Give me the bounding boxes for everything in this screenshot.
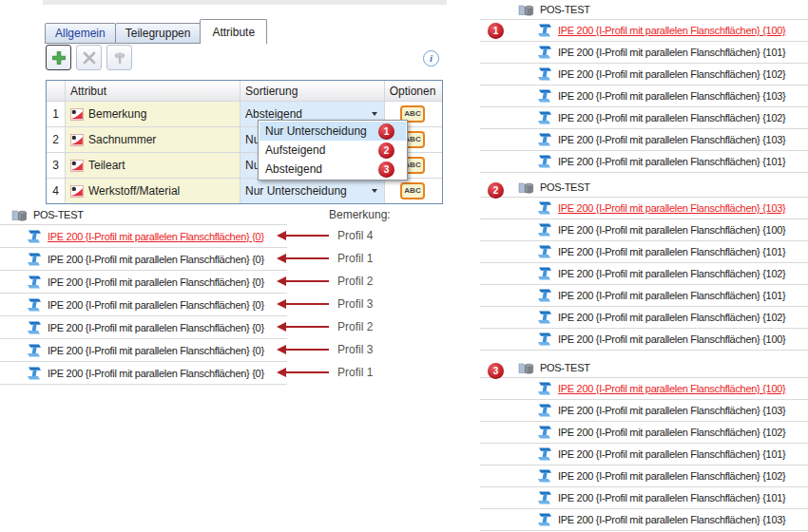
tree-row[interactable]: IPE 200 {I-Profil mit parallelen Flansch…	[480, 378, 808, 400]
tab[interactable]: Attribute	[200, 19, 267, 44]
ibeam-icon	[27, 344, 42, 357]
ibeam-icon	[27, 230, 42, 243]
tree-root-node[interactable]: POS-TEST	[480, 0, 808, 20]
part-label: IPE 200 {I-Profil mit parallelen Flansch…	[558, 224, 785, 236]
delete-attribute-button[interactable]	[76, 45, 102, 70]
ibeam-icon	[537, 155, 552, 168]
annotation-label: Profil 2	[337, 275, 373, 288]
tree-row[interactable]: IPE 200 {I-Profil mit parallelen Flansch…	[480, 444, 808, 466]
tab[interactable]: Allgemein	[45, 23, 116, 44]
tree-row[interactable]: IPE 200 {I-Profil mit parallelen Flansch…	[0, 294, 287, 316]
tree-row[interactable]: IPE 200 {I-Profil mit parallelen Flansch…	[480, 307, 808, 329]
tree-row[interactable]: IPE 200 {I-Profil mit parallelen Flansch…	[480, 64, 808, 86]
part-label: IPE 200 {I-Profil mit parallelen Flansch…	[558, 68, 785, 80]
ibeam-icon	[537, 111, 552, 124]
table-header-row: Attribut Sortierung Optionen	[47, 81, 442, 102]
chevron-down-icon	[372, 189, 377, 193]
step-badge: 3	[488, 363, 504, 379]
annotation-label: Profil 1	[337, 366, 373, 379]
ibeam-icon	[537, 332, 552, 346]
ibeam-icon	[537, 382, 552, 395]
ibeam-icon	[537, 24, 552, 37]
tree-row[interactable]: IPE 200 {I-Profil mit parallelen Flansch…	[480, 107, 808, 129]
tabstrip: Allgemein Teilegruppen Attribute	[45, 19, 267, 44]
tree-row[interactable]: IPE 200 {I-Profil mit parallelen Flansch…	[480, 151, 808, 173]
tree-row[interactable]: IPE 200 {I-Profil mit parallelen Flansch…	[0, 225, 287, 248]
arrow-left-icon	[285, 235, 329, 237]
ibeam-icon	[537, 245, 552, 258]
tree-row[interactable]: IPE 200 {I-Profil mit parallelen Flansch…	[480, 422, 808, 444]
assembly-folder-icon	[518, 361, 535, 375]
annotation-row: Profil 3	[285, 338, 428, 361]
step-badge: 2	[488, 182, 504, 199]
tree-rows: IPE 200 {I-Profil mit parallelen Flansch…	[480, 198, 808, 351]
tree-row[interactable]: IPE 200 {I-Profil mit parallelen Flansch…	[480, 86, 808, 107]
part-label: IPE 200 {I-Profil mit parallelen Flansch…	[48, 345, 264, 356]
info-icon[interactable]: i	[423, 50, 439, 66]
annotation-label: Profil 3	[337, 343, 373, 356]
attribut-cell[interactable]: Bemerkung	[66, 102, 240, 126]
ibeam-icon	[27, 253, 42, 266]
ibeam-icon	[27, 321, 42, 334]
tree-rows: IPE 200 {I-Profil mit parallelen Flansch…	[0, 225, 287, 385]
ibeam-icon	[537, 201, 552, 215]
tab[interactable]: Teilegruppen	[115, 23, 202, 44]
tree-row[interactable]: IPE 200 {I-Profil mit parallelen Flansch…	[480, 42, 808, 64]
tree-row[interactable]: IPE 200 {I-Profil mit parallelen Flansch…	[480, 285, 808, 307]
part-label: IPE 200 {I-Profil mit parallelen Flansch…	[558, 448, 785, 460]
tree-root-node[interactable]: POS-TEST	[0, 205, 287, 225]
assembly-folder-icon	[518, 180, 535, 195]
sortierung-value: Nur Unterscheidung	[245, 184, 347, 198]
step-badge: 2	[378, 142, 394, 159]
tree-row[interactable]: IPE 200 {I-Profil mit parallelen Flansch…	[480, 20, 808, 42]
tree-row[interactable]: IPE 200 {I-Profil mit parallelen Flansch…	[0, 271, 287, 294]
edit-attribute-button[interactable]	[106, 45, 132, 70]
tree-root-node[interactable]: POS-TEST	[480, 178, 808, 198]
ibeam-icon	[537, 46, 552, 59]
dropdown-item[interactable]: Nur Unterscheidung 1	[260, 122, 406, 141]
tree-row[interactable]: IPE 200 {I-Profil mit parallelen Flansch…	[480, 466, 808, 487]
annotation-label: Profil 3	[337, 297, 373, 311]
attribut-cell[interactable]: Sachnummer	[66, 127, 240, 152]
part-label: IPE 200 {I-Profil mit parallelen Flansch…	[558, 383, 785, 394]
dropdown-item[interactable]: Absteigend 3	[260, 160, 406, 179]
ibeam-icon	[537, 491, 552, 504]
ibeam-icon	[537, 289, 552, 302]
part-tree-left: POS-TEST IPE 200 {I-Profil mit parallele…	[0, 205, 287, 385]
attribut-cell[interactable]: Teileart	[66, 153, 240, 178]
tree-row[interactable]: IPE 200 {I-Profil mit parallelen Flansch…	[0, 248, 287, 271]
tree-row[interactable]: IPE 200 {I-Profil mit parallelen Flansch…	[480, 219, 808, 241]
tree-row[interactable]: IPE 200 {I-Profil mit parallelen Flansch…	[0, 339, 287, 362]
tree-row[interactable]: IPE 200 {I-Profil mit parallelen Flansch…	[480, 129, 808, 151]
add-attribute-button[interactable]	[46, 45, 71, 70]
plus-icon	[51, 50, 67, 66]
tree-row[interactable]: IPE 200 {I-Profil mit parallelen Flansch…	[480, 400, 808, 422]
tree-row[interactable]: IPE 200 {I-Profil mit parallelen Flansch…	[480, 487, 808, 509]
part-label: IPE 200 {I-Profil mit parallelen Flansch…	[558, 268, 785, 279]
part-label: IPE 200 {I-Profil mit parallelen Flansch…	[558, 427, 785, 438]
abc-options-button[interactable]: ABC	[400, 182, 424, 200]
annotation-row: Profil 1	[285, 247, 428, 270]
ibeam-icon	[537, 67, 552, 81]
step-badge: 1	[378, 124, 394, 140]
column-header-optionen: Optionen	[385, 81, 440, 101]
attribute-icon	[70, 134, 84, 146]
dropdown-item[interactable]: Aufsteigend 2	[260, 141, 406, 160]
sortierung-dropdown-popup: Nur Unterscheidung 1 Aufsteigend 2 Abste…	[258, 120, 408, 180]
part-label: IPE 200 {I-Profil mit parallelen Flansch…	[558, 134, 785, 145]
attribute-icon	[70, 185, 84, 198]
ibeam-icon	[537, 469, 552, 483]
tree-row[interactable]: IPE 200 {I-Profil mit parallelen Flansch…	[480, 241, 808, 263]
tree-row[interactable]: IPE 200 {I-Profil mit parallelen Flansch…	[480, 329, 808, 351]
tree-title: POS-TEST	[540, 362, 590, 373]
tree-row[interactable]: IPE 200 {I-Profil mit parallelen Flansch…	[0, 362, 287, 385]
tree-row[interactable]: IPE 200 {I-Profil mit parallelen Flansch…	[480, 198, 808, 219]
part-label: IPE 200 {I-Profil mit parallelen Flansch…	[48, 276, 264, 288]
tree-row[interactable]: IPE 200 {I-Profil mit parallelen Flansch…	[0, 316, 287, 339]
tree-row[interactable]: IPE 200 {I-Profil mit parallelen Flansch…	[480, 509, 808, 531]
attribut-cell[interactable]: Werkstoff/Material	[66, 179, 240, 203]
sortierung-dropdown[interactable]: Nur Unterscheidung	[240, 179, 385, 203]
tree-row[interactable]: IPE 200 {I-Profil mit parallelen Flansch…	[480, 263, 808, 285]
tree-root-node[interactable]: POS-TEST	[480, 358, 808, 378]
attribut-label: Werkstoff/Material	[88, 184, 180, 198]
